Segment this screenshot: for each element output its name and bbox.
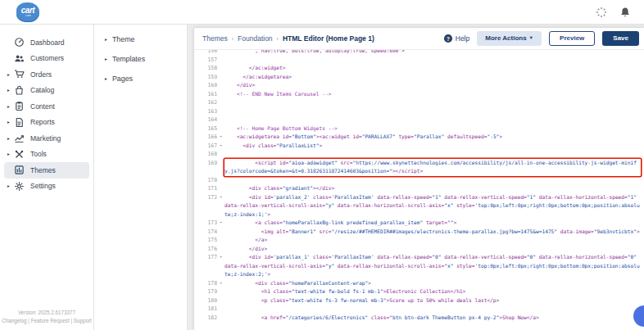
code-line-164[interactable]: 164: [199, 115, 641, 124]
chevron-down-icon: ▼: [529, 35, 533, 40]
code-text[interactable]: <a href="/categories/6/Electronics" clas…: [224, 314, 641, 323]
sidebar-items: DashboardCustomers▸Orders▸Catalog▸Conten…: [0, 34, 93, 194]
line-number: 164: [199, 115, 217, 124]
code-text[interactable]: <a class="homeParallaxBg-link predefined…: [224, 219, 641, 228]
code-text[interactable]: </ac:widget>: [224, 64, 641, 73]
code-text[interactable]: <!-- END New Items Carousel -->: [224, 90, 641, 99]
code-text[interactable]: </a>: [224, 236, 641, 245]
code-editor[interactable]: 156 , nav:true, dots:true, autoplay:true…: [194, 50, 644, 330]
line-number: 169: [199, 159, 217, 176]
sidebar-item-settings[interactable]: ▸Settings: [0, 179, 93, 195]
code-line-175[interactable]: 175 </a>: [199, 236, 641, 245]
code-line-174[interactable]: 174 <img alt="Banner1" src="/resize/##TH…: [199, 228, 641, 237]
line-number: 160: [199, 81, 217, 90]
code-text[interactable]: </div>: [224, 81, 641, 90]
code-text[interactable]: <div class="ParallaxList">: [224, 142, 641, 151]
bell-icon[interactable]: [619, 7, 631, 18]
fold-arrow-icon[interactable]: ▾: [217, 219, 224, 228]
code-text[interactable]: <!-- Home Page Bottom Widgets -->: [224, 124, 641, 133]
panel-item-pages[interactable]: ▸Pages: [105, 69, 187, 88]
code-text[interactable]: [224, 305, 641, 314]
sidebar-item-content[interactable]: ▸Content: [0, 98, 93, 115]
code-text[interactable]: </ac:widgetarea>: [224, 73, 641, 82]
code-line-159[interactable]: 159 </ac:widgetarea>: [199, 73, 641, 82]
sidebar-nav: DashboardCustomers▸Orders▸Catalog▸Conten…: [0, 25, 94, 330]
code-line-178[interactable]: 178▾ <div class="homeParallaxContent-wra…: [199, 279, 641, 288]
code-line-165[interactable]: 165 <!-- Home Page Bottom Widgets -->: [199, 124, 641, 133]
sidebar-item-marketing[interactable]: ▸Marketing: [0, 130, 93, 147]
code-line-172[interactable]: 172▾ <div id='parallax_2' class='Paralla…: [199, 193, 641, 219]
code-text[interactable]: <div id='parallax_2' class='ParallaxItem…: [224, 193, 641, 219]
code-line-179[interactable]: 179 <h1 class="text-white fw-bold fs-1 m…: [199, 287, 641, 296]
sidebar-item-tools[interactable]: ▸Tools: [0, 147, 93, 163]
code-line-161[interactable]: 161 <!-- END New Items Carousel -->: [199, 90, 641, 99]
footer-links[interactable]: Changelog | Feature Request | Support: [0, 317, 93, 325]
breadcrumb-themes[interactable]: Themes: [202, 34, 228, 43]
code-line-167[interactable]: 167▾ <div class="ParallaxList">: [199, 142, 641, 151]
code-line-176[interactable]: 176 </div>: [199, 245, 641, 254]
fold-gutter: [217, 314, 224, 323]
code-line-173[interactable]: 173▾ <a class="homeParallaxBg-link prede…: [199, 219, 641, 228]
panel-item-theme[interactable]: ▸Theme: [105, 29, 187, 49]
content-icon: [14, 101, 25, 111]
preview-button[interactable]: Preview: [549, 31, 595, 46]
code-line-166[interactable]: 166▾ <ac:widgetarea id="Bottom"><ac:widg…: [199, 133, 641, 142]
fold-gutter: [217, 98, 224, 107]
code-line-169[interactable]: 169 <script id="aioa-adawidget" src="htt…: [199, 159, 641, 176]
code-line-181[interactable]: 181: [199, 305, 641, 314]
code-text[interactable]: [224, 56, 641, 65]
code-text[interactable]: <img alt="Banner1" src="/resize/##THEMED…: [224, 228, 641, 237]
fold-gutter: [217, 236, 224, 245]
fold-gutter: [217, 305, 224, 314]
help-button[interactable]: ? Help: [444, 34, 469, 43]
fold-gutter: [217, 184, 224, 193]
sidebar-item-dashboard[interactable]: Dashboard: [0, 34, 93, 51]
fold-arrow-icon[interactable]: ▾: [217, 279, 224, 288]
fold-arrow-icon[interactable]: ▾: [217, 253, 224, 279]
fold-arrow-icon[interactable]: ▾: [217, 193, 224, 219]
code-text[interactable]: <div id='parallax_1' class='ParallaxItem…: [224, 253, 641, 279]
code-text[interactable]: <ac:widgetarea id="Bottom"><ac:widget id…: [224, 133, 641, 142]
panel-item-templates[interactable]: ▸Templates: [105, 49, 187, 69]
cart-logo[interactable]: cart .com: [16, 2, 39, 22]
code-line-182[interactable]: 182 <a href="/categories/6/Electronics" …: [199, 314, 641, 323]
sidebar-item-catalog[interactable]: ▸Catalog: [0, 83, 93, 99]
code-text[interactable]: <p class="text-white fs-3 fw-normal mb-3…: [224, 296, 641, 305]
code-line-162[interactable]: 162: [199, 98, 641, 107]
code-text[interactable]: <div class="gradient"></div>: [224, 184, 641, 193]
code-text[interactable]: </div>: [224, 245, 641, 254]
code-text[interactable]: [224, 150, 641, 159]
sidebar-item-label: Themes: [30, 166, 56, 174]
line-number: 176: [199, 245, 217, 254]
code-text[interactable]: <div class="homeParallaxContent-wrap">: [224, 279, 641, 288]
save-button[interactable]: Save: [602, 31, 639, 46]
sidebar-item-orders[interactable]: ▸Orders: [0, 66, 93, 83]
code-line-168[interactable]: 168: [199, 150, 641, 159]
sidebar-item-reports[interactable]: ▸Reports: [0, 115, 93, 131]
line-number: 161: [199, 90, 217, 99]
fold-arrow-icon[interactable]: ▾: [217, 133, 224, 142]
sidebar-item-label: Orders: [30, 70, 52, 79]
code-line-157[interactable]: 157: [199, 56, 641, 65]
code-line-170[interactable]: 170: [199, 176, 641, 185]
code-text[interactable]: <h1 class="text-white fw-bold fs-1 mb-1"…: [224, 287, 641, 296]
code-text[interactable]: [224, 107, 641, 116]
line-number: 175: [199, 236, 217, 245]
code-line-180[interactable]: 180 <p class="text-white fs-3 fw-normal …: [199, 296, 641, 305]
code-line-160[interactable]: 160 </div>: [199, 81, 641, 90]
code-text[interactable]: [224, 176, 641, 185]
more-actions-button[interactable]: More Actions▼: [477, 31, 542, 46]
breadcrumb-foundation[interactable]: Foundation: [238, 34, 273, 43]
code-line-158[interactable]: 158 </ac:widget>: [199, 64, 641, 73]
code-line-171[interactable]: 171 <div class="gradient"></div>: [199, 184, 641, 193]
sidebar-item-customers[interactable]: Customers: [0, 51, 93, 67]
code-text[interactable]: <script id="aioa-adawidget" src="https:/…: [224, 159, 641, 176]
reports-icon: [14, 117, 25, 128]
fold-arrow-icon[interactable]: ▾: [217, 142, 224, 151]
line-number: 180: [199, 296, 217, 305]
code-line-163[interactable]: 163: [199, 107, 641, 116]
code-text[interactable]: [224, 98, 641, 107]
code-line-177[interactable]: 177▾ <div id='parallax_1' class='Paralla…: [199, 253, 641, 279]
sidebar-item-themes[interactable]: Themes: [4, 162, 89, 179]
code-text[interactable]: [224, 115, 641, 124]
